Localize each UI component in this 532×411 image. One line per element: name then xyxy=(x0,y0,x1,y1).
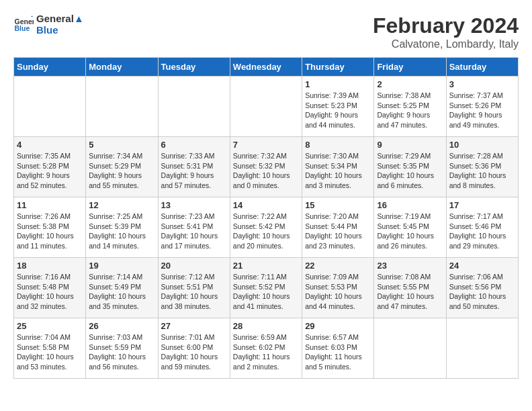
calendar-cell: 10Sunrise: 7:28 AM Sunset: 5:36 PM Dayli… xyxy=(446,137,518,197)
day-number: 2 xyxy=(377,79,443,89)
day-info: Sunrise: 7:09 AM Sunset: 5:53 PM Dayligh… xyxy=(305,272,371,312)
calendar-cell xyxy=(374,318,446,379)
day-number: 7 xyxy=(233,140,299,150)
calendar-body: 1Sunrise: 7:39 AM Sunset: 5:23 PM Daylig… xyxy=(14,77,519,379)
day-info: Sunrise: 7:28 AM Sunset: 5:36 PM Dayligh… xyxy=(449,151,515,191)
calendar-cell: 22Sunrise: 7:09 AM Sunset: 5:53 PM Dayli… xyxy=(302,258,374,318)
day-info: Sunrise: 6:59 AM Sunset: 6:02 PM Dayligh… xyxy=(233,332,299,372)
day-number: 11 xyxy=(17,200,83,210)
calendar-cell: 1Sunrise: 7:39 AM Sunset: 5:23 PM Daylig… xyxy=(302,77,374,137)
calendar-cell: 15Sunrise: 7:20 AM Sunset: 5:44 PM Dayli… xyxy=(302,197,374,258)
calendar-cell: 23Sunrise: 7:08 AM Sunset: 5:55 PM Dayli… xyxy=(374,258,446,318)
calendar-cell xyxy=(158,77,230,137)
day-info: Sunrise: 7:01 AM Sunset: 6:00 PM Dayligh… xyxy=(161,332,227,372)
day-header-wednesday: Wednesday xyxy=(230,58,302,77)
day-header-friday: Friday xyxy=(374,58,446,77)
day-info: Sunrise: 7:03 AM Sunset: 5:59 PM Dayligh… xyxy=(89,332,154,372)
day-number: 1 xyxy=(305,79,371,89)
day-info: Sunrise: 7:14 AM Sunset: 5:49 PM Dayligh… xyxy=(89,272,154,312)
day-info: Sunrise: 7:32 AM Sunset: 5:32 PM Dayligh… xyxy=(233,151,299,191)
day-header-saturday: Saturday xyxy=(446,58,518,77)
day-number: 9 xyxy=(377,140,443,150)
calendar-cell: 21Sunrise: 7:11 AM Sunset: 5:52 PM Dayli… xyxy=(230,258,302,318)
calendar-cell: 19Sunrise: 7:14 AM Sunset: 5:49 PM Dayli… xyxy=(86,258,158,318)
day-info: Sunrise: 7:26 AM Sunset: 5:38 PM Dayligh… xyxy=(17,212,83,251)
calendar-cell xyxy=(446,318,518,379)
calendar-header-row: SundayMondayTuesdayWednesdayThursdayFrid… xyxy=(14,58,519,77)
day-number: 12 xyxy=(89,200,154,210)
calendar-cell: 6Sunrise: 7:33 AM Sunset: 5:31 PM Daylig… xyxy=(158,137,230,197)
logo-general: General▲ xyxy=(36,13,84,25)
day-info: Sunrise: 7:06 AM Sunset: 5:56 PM Dayligh… xyxy=(449,272,515,312)
calendar-cell: 29Sunrise: 6:57 AM Sunset: 6:03 PM Dayli… xyxy=(302,318,374,379)
day-info: Sunrise: 7:34 AM Sunset: 5:29 PM Dayligh… xyxy=(89,151,154,191)
day-number: 8 xyxy=(305,140,371,150)
day-number: 28 xyxy=(233,321,299,331)
day-info: Sunrise: 7:38 AM Sunset: 5:25 PM Dayligh… xyxy=(377,91,443,130)
day-number: 23 xyxy=(377,261,443,271)
day-info: Sunrise: 7:35 AM Sunset: 5:28 PM Dayligh… xyxy=(17,151,83,191)
calendar-cell: 4Sunrise: 7:35 AM Sunset: 5:28 PM Daylig… xyxy=(14,137,86,197)
day-info: Sunrise: 7:16 AM Sunset: 5:48 PM Dayligh… xyxy=(17,272,83,312)
day-number: 6 xyxy=(161,140,227,150)
day-header-thursday: Thursday xyxy=(302,58,374,77)
calendar-cell: 18Sunrise: 7:16 AM Sunset: 5:48 PM Dayli… xyxy=(14,258,86,318)
day-number: 25 xyxy=(17,321,83,331)
calendar-cell: 26Sunrise: 7:03 AM Sunset: 5:59 PM Dayli… xyxy=(86,318,158,379)
calendar-cell: 20Sunrise: 7:12 AM Sunset: 5:51 PM Dayli… xyxy=(158,258,230,318)
day-header-monday: Monday xyxy=(86,58,158,77)
calendar-cell: 2Sunrise: 7:38 AM Sunset: 5:25 PM Daylig… xyxy=(374,77,446,137)
calendar-cell: 14Sunrise: 7:22 AM Sunset: 5:42 PM Dayli… xyxy=(230,197,302,258)
header: General Blue General▲ Blue February 2024… xyxy=(13,13,519,50)
day-info: Sunrise: 7:25 AM Sunset: 5:39 PM Dayligh… xyxy=(89,212,154,251)
calendar-cell: 25Sunrise: 7:04 AM Sunset: 5:58 PM Dayli… xyxy=(14,318,86,379)
day-info: Sunrise: 7:29 AM Sunset: 5:35 PM Dayligh… xyxy=(377,151,443,191)
day-number: 18 xyxy=(17,261,83,271)
day-header-sunday: Sunday xyxy=(14,58,86,77)
day-number: 4 xyxy=(17,140,83,150)
day-info: Sunrise: 7:12 AM Sunset: 5:51 PM Dayligh… xyxy=(161,272,227,312)
day-info: Sunrise: 7:33 AM Sunset: 5:31 PM Dayligh… xyxy=(161,151,227,191)
calendar-week-row: 1Sunrise: 7:39 AM Sunset: 5:23 PM Daylig… xyxy=(14,77,519,137)
calendar-cell: 3Sunrise: 7:37 AM Sunset: 5:26 PM Daylig… xyxy=(446,77,518,137)
day-number: 22 xyxy=(305,261,371,271)
day-number: 5 xyxy=(89,140,154,150)
calendar-cell xyxy=(230,77,302,137)
day-number: 13 xyxy=(161,200,227,210)
day-info: Sunrise: 7:19 AM Sunset: 5:45 PM Dayligh… xyxy=(377,212,443,251)
calendar-cell: 5Sunrise: 7:34 AM Sunset: 5:29 PM Daylig… xyxy=(86,137,158,197)
calendar-cell: 11Sunrise: 7:26 AM Sunset: 5:38 PM Dayli… xyxy=(14,197,86,258)
day-header-tuesday: Tuesday xyxy=(158,58,230,77)
day-info: Sunrise: 7:20 AM Sunset: 5:44 PM Dayligh… xyxy=(305,212,371,251)
calendar-cell: 8Sunrise: 7:30 AM Sunset: 5:34 PM Daylig… xyxy=(302,137,374,197)
calendar-week-row: 18Sunrise: 7:16 AM Sunset: 5:48 PM Dayli… xyxy=(14,258,519,318)
logo: General Blue General▲ Blue xyxy=(13,13,84,36)
day-number: 20 xyxy=(161,261,227,271)
logo-blue: Blue xyxy=(36,25,84,36)
day-info: Sunrise: 7:23 AM Sunset: 5:41 PM Dayligh… xyxy=(161,212,227,251)
location-title: Calvatone, Lombardy, Italy xyxy=(373,38,519,50)
calendar-cell xyxy=(86,77,158,137)
day-number: 10 xyxy=(449,140,515,150)
day-number: 29 xyxy=(305,321,371,331)
day-number: 16 xyxy=(377,200,443,210)
calendar-week-row: 25Sunrise: 7:04 AM Sunset: 5:58 PM Dayli… xyxy=(14,318,519,379)
calendar-cell: 28Sunrise: 6:59 AM Sunset: 6:02 PM Dayli… xyxy=(230,318,302,379)
calendar-cell: 16Sunrise: 7:19 AM Sunset: 5:45 PM Dayli… xyxy=(374,197,446,258)
calendar-cell: 13Sunrise: 7:23 AM Sunset: 5:41 PM Dayli… xyxy=(158,197,230,258)
calendar-cell: 24Sunrise: 7:06 AM Sunset: 5:56 PM Dayli… xyxy=(446,258,518,318)
day-info: Sunrise: 7:39 AM Sunset: 5:23 PM Dayligh… xyxy=(305,91,371,130)
day-number: 14 xyxy=(233,200,299,210)
title-area: February 2024 Calvatone, Lombardy, Italy xyxy=(373,13,519,50)
day-number: 27 xyxy=(161,321,227,331)
day-number: 15 xyxy=(305,200,371,210)
calendar-week-row: 11Sunrise: 7:26 AM Sunset: 5:38 PM Dayli… xyxy=(14,197,519,258)
calendar-cell: 7Sunrise: 7:32 AM Sunset: 5:32 PM Daylig… xyxy=(230,137,302,197)
day-info: Sunrise: 7:08 AM Sunset: 5:55 PM Dayligh… xyxy=(377,272,443,312)
day-info: Sunrise: 7:37 AM Sunset: 5:26 PM Dayligh… xyxy=(449,91,515,130)
day-number: 3 xyxy=(449,79,515,89)
day-info: Sunrise: 7:17 AM Sunset: 5:46 PM Dayligh… xyxy=(449,212,515,251)
calendar-week-row: 4Sunrise: 7:35 AM Sunset: 5:28 PM Daylig… xyxy=(14,137,519,197)
day-info: Sunrise: 7:11 AM Sunset: 5:52 PM Dayligh… xyxy=(233,272,299,312)
day-number: 17 xyxy=(449,200,515,210)
